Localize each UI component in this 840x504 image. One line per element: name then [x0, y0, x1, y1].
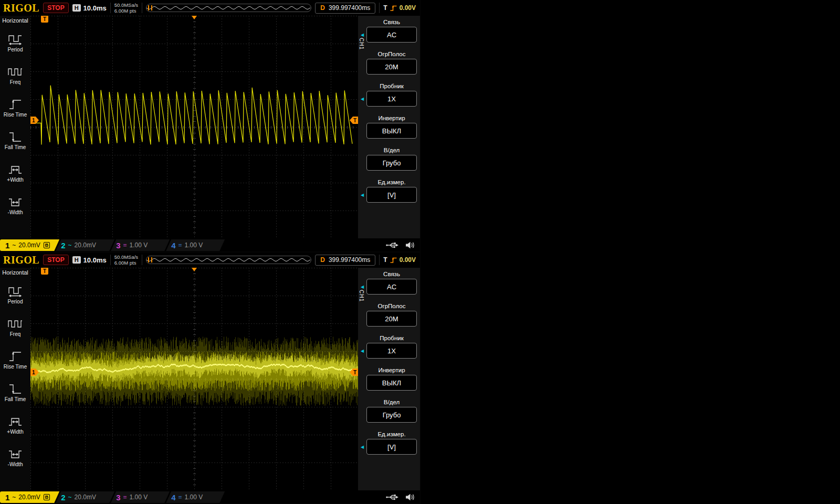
waveform-preview-strip	[146, 256, 311, 264]
rigol-logo: RIGOL	[3, 254, 39, 266]
measure-label: Rise Time	[4, 112, 27, 118]
menu-item-probe[interactable]: Пробник ◀ 1X	[366, 83, 417, 107]
vdiv-value-box[interactable]: ◀ Грубо	[366, 407, 417, 423]
run-state-badge: STOP	[43, 3, 68, 13]
coupling-value-box[interactable]: ◀ AC	[366, 27, 417, 43]
probe-value-box[interactable]: ◀ 1X	[366, 91, 417, 107]
main-area: Horizontal Period Freq Rise Time	[0, 16, 420, 238]
menu-item-probe[interactable]: Пробник ◀ 1X	[366, 335, 417, 359]
status-icons	[385, 494, 415, 501]
trigger-readout: T 0.00V	[383, 4, 416, 12]
select-arrow-icon: ◀	[361, 349, 364, 353]
trigger-slope-icon	[390, 257, 397, 264]
coupling-value-box[interactable]: ◀ AC	[366, 279, 417, 295]
channel-menu: CH1 Связь ◀ AC ОгрПолос ◀ 20M Пробник ◀	[358, 268, 420, 490]
units-value-box[interactable]: ◀ [V]	[366, 439, 417, 455]
channel1-status[interactable]: 1 ~ 20.0mV B	[0, 491, 59, 503]
measure-minus-width-button[interactable]: -Width	[7, 442, 23, 474]
menu-item-vdiv[interactable]: В/дел ◀ Грубо	[366, 399, 417, 423]
invert-value-box[interactable]: ◀ ВЫКЛ	[366, 375, 417, 391]
menu-item-coupling[interactable]: Связь ◀ AC	[366, 19, 417, 43]
top-bar: RIGOL STOP H 10.0ms 50.0MSa/s 6.00M pts …	[0, 0, 420, 16]
measure-period-button[interactable]: Period	[7, 279, 23, 311]
measure-period-button[interactable]: Period	[7, 27, 23, 59]
separator	[379, 3, 380, 13]
delay-value: 399.997400ms	[329, 4, 370, 12]
acquisition-readout: 50.0MSa/s 6.00M pts	[114, 2, 138, 14]
measure-freq-button[interactable]: Freq	[7, 311, 23, 344]
units-value-box[interactable]: ◀ [V]	[366, 187, 417, 203]
vdiv-value-box[interactable]: ◀ Грубо	[366, 155, 417, 171]
preview-canvas	[146, 4, 311, 12]
measure-label: +Width	[7, 429, 23, 435]
measure-label: +Width	[7, 177, 23, 183]
menu-item-coupling[interactable]: Связь ◀ AC	[366, 271, 417, 295]
probe-value-box[interactable]: ◀ 1X	[366, 343, 417, 359]
channel4-status[interactable]: 4 = 1.00 V	[166, 239, 225, 251]
fall-time-icon	[7, 131, 23, 143]
invert-value-box[interactable]: ◀ ВЫКЛ	[366, 123, 417, 139]
oscilloscope-screen: RIGOL STOP H 10.0ms 50.0MSa/s 6.00M pts …	[0, 0, 420, 252]
trigger-position-tag[interactable]: T	[41, 268, 48, 275]
waveform-preview-strip	[146, 4, 311, 12]
graticule: T 1 T	[30, 268, 358, 490]
channel4-status[interactable]: 4 = 1.00 V	[166, 491, 225, 503]
speaker-icon	[405, 242, 415, 249]
select-arrow-icon: ◀	[361, 97, 364, 101]
h-scale-value: 10.0ms	[83, 256, 107, 264]
preview-canvas	[146, 256, 311, 264]
trigger-slope-icon	[390, 5, 397, 12]
d-key: D	[320, 256, 325, 264]
measure-label: Freq	[10, 79, 21, 85]
channel3-status[interactable]: 3 = 1.00 V	[111, 239, 170, 251]
menu-item-invert[interactable]: Инвертир ◀ ВЫКЛ	[366, 367, 417, 391]
top-bar: RIGOL STOP H 10.0ms 50.0MSa/s 6.00M pts …	[0, 252, 420, 268]
t-key: T	[383, 256, 387, 264]
bwlimit-value-box[interactable]: ◀ 20M	[366, 59, 417, 75]
minus-width-icon	[7, 196, 23, 208]
measure-plus-width-button[interactable]: +Width	[7, 157, 23, 190]
channel3-status[interactable]: 3 = 1.00 V	[111, 491, 170, 503]
horizontal-scale-readout: H 10.0ms	[72, 4, 107, 12]
speaker-icon	[405, 494, 415, 501]
freq-icon	[7, 66, 23, 78]
sample-rate: 50.0MSa/s	[114, 2, 138, 8]
menu-item-invert[interactable]: Инвертир ◀ ВЫКЛ	[366, 115, 417, 139]
measure-label: Period	[8, 47, 23, 52]
menu-item-vdiv[interactable]: В/дел ◀ Грубо	[366, 147, 417, 171]
measure-freq-button[interactable]: Freq	[7, 59, 23, 92]
measure-plus-width-button[interactable]: +Width	[7, 409, 23, 442]
waveform-display	[30, 16, 358, 238]
h-key: H	[72, 256, 81, 264]
select-arrow-icon: ◀	[361, 285, 364, 289]
trigger-position-tag[interactable]: T	[41, 16, 48, 23]
channel1-status[interactable]: 1 ~ 20.0mV B	[0, 239, 59, 251]
menu-item-units[interactable]: Ед.измер. ◀ [V]	[366, 431, 417, 455]
channel2-status[interactable]: 2 ~ 20.0mV	[56, 491, 114, 503]
channel2-status[interactable]: 2 ~ 20.0mV	[56, 239, 114, 251]
measure-label: Fall Time	[5, 144, 26, 150]
measure-rise-time-button[interactable]: Rise Time	[4, 344, 27, 376]
menu-item-bwlimit[interactable]: ОгрПолос ◀ 20M	[366, 303, 417, 327]
status-icons	[385, 242, 415, 249]
menu-item-units[interactable]: Ед.измер. ◀ [V]	[366, 179, 417, 203]
bwlimit-value-box[interactable]: ◀ 20M	[366, 311, 417, 327]
main-area: Horizontal Period Freq Rise Time	[0, 268, 420, 490]
trigger-level-value: 0.00V	[400, 4, 416, 12]
measure-rise-time-button[interactable]: Rise Time	[4, 92, 27, 124]
measure-label: Freq	[10, 331, 21, 337]
menu-channel-label: CH1	[359, 290, 364, 302]
rise-time-icon	[7, 351, 23, 362]
memory-depth: 6.00M pts	[114, 8, 138, 14]
menu-item-bwlimit[interactable]: ОгрПолос ◀ 20M	[366, 51, 417, 75]
measure-fall-time-button[interactable]: Fall Time	[5, 376, 26, 409]
t-key: T	[383, 4, 387, 12]
fall-time-icon	[7, 383, 23, 395]
trigger-position-indicator[interactable]	[192, 16, 197, 19]
h-key: H	[72, 4, 81, 12]
trigger-position-indicator[interactable]	[192, 268, 197, 271]
bottom-bar: 1 ~ 20.0mV B 2 ~ 20.0mV 3 = 1.00 V 4 = 1…	[0, 490, 420, 504]
measure-minus-width-button[interactable]: -Width	[7, 190, 23, 222]
delay-readout: D 399.997400ms	[315, 3, 375, 14]
measure-fall-time-button[interactable]: Fall Time	[5, 124, 26, 157]
